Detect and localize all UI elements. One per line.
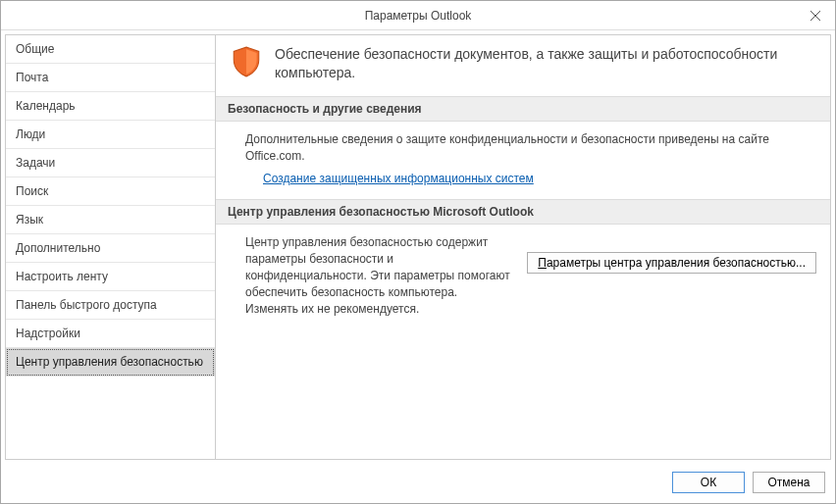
sidebar-item-label: Люди bbox=[16, 127, 45, 141]
ok-button[interactable]: ОК bbox=[672, 472, 745, 493]
trust-center-row: Центр управления безопасностью содержит … bbox=[245, 234, 816, 325]
sidebar-item-label: Задачи bbox=[16, 156, 55, 170]
button-accesskey: П bbox=[538, 256, 547, 270]
sidebar-item-label: Календарь bbox=[16, 99, 76, 113]
trust-center-settings-button[interactable]: Параметры центра управления безопасность… bbox=[527, 252, 816, 274]
section-body-security-info: Дополнительные сведения о защите конфиде… bbox=[216, 122, 830, 200]
sidebar-item-label: Панель быстрого доступа bbox=[16, 298, 157, 312]
intro-row: Обеспечение безопасности документов, а т… bbox=[216, 35, 830, 96]
sidebar-item-label: Язык bbox=[16, 213, 43, 227]
sidebar-item-mail[interactable]: Почта bbox=[6, 64, 215, 92]
sidebar-item-general[interactable]: Общие bbox=[6, 35, 215, 64]
sidebar-item-tasks[interactable]: Задачи bbox=[6, 149, 215, 177]
sidebar-item-quick-access[interactable]: Панель быстрого доступа bbox=[6, 291, 215, 320]
sidebar-item-language[interactable]: Язык bbox=[6, 206, 215, 234]
close-icon bbox=[810, 11, 820, 21]
sidebar-item-search[interactable]: Поиск bbox=[6, 177, 215, 206]
section-header-trust-center: Центр управления безопасностью Microsoft… bbox=[216, 199, 830, 225]
main-panel: Обеспечение безопасности документов, а т… bbox=[216, 34, 831, 460]
sidebar-item-label: Настроить ленту bbox=[16, 270, 108, 283]
window-title: Параметры Outlook bbox=[365, 9, 472, 23]
sidebar-item-customize-ribbon[interactable]: Настроить ленту bbox=[6, 263, 215, 291]
sidebar-item-trust-center[interactable]: Центр управления безопасностью bbox=[6, 348, 215, 377]
cancel-button[interactable]: Отмена bbox=[753, 472, 825, 493]
dialog-footer: ОК Отмена bbox=[1, 464, 835, 503]
sidebar-item-label: Общие bbox=[16, 42, 54, 56]
category-sidebar: Общие Почта Календарь Люди Задачи Поиск … bbox=[5, 34, 216, 460]
titlebar: Параметры Outlook bbox=[1, 1, 835, 30]
section-body-trust-center: Центр управления безопасностью содержит … bbox=[216, 225, 830, 338]
section-header-security-info: Безопасность и другие сведения bbox=[216, 96, 830, 122]
intro-text: Обеспечение безопасности документов, а т… bbox=[275, 45, 816, 82]
sidebar-item-label: Дополнительно bbox=[16, 241, 100, 255]
close-button[interactable] bbox=[796, 1, 835, 29]
shield-icon bbox=[230, 45, 263, 78]
sidebar-item-label: Надстройки bbox=[16, 327, 80, 340]
trustworthy-computing-link[interactable]: Создание защищенных информационных систе… bbox=[245, 172, 534, 185]
sidebar-item-label: Центр управления безопасностью bbox=[16, 355, 203, 369]
dialog-body: Общие Почта Календарь Люди Задачи Поиск … bbox=[1, 30, 835, 464]
options-dialog: Параметры Outlook Общие Почта Календарь … bbox=[0, 0, 836, 504]
sidebar-item-label: Почта bbox=[16, 71, 48, 84]
sidebar-item-addins[interactable]: Надстройки bbox=[6, 320, 215, 348]
trust-center-desc: Центр управления безопасностью содержит … bbox=[245, 234, 513, 317]
sidebar-item-label: Поиск bbox=[16, 184, 48, 198]
sidebar-item-people[interactable]: Люди bbox=[6, 121, 215, 149]
security-info-desc: Дополнительные сведения о защите конфиде… bbox=[245, 131, 816, 165]
sidebar-item-calendar[interactable]: Календарь bbox=[6, 92, 215, 121]
sidebar-item-advanced[interactable]: Дополнительно bbox=[6, 234, 215, 263]
button-rest: араметры центра управления безопасностью… bbox=[547, 256, 806, 270]
